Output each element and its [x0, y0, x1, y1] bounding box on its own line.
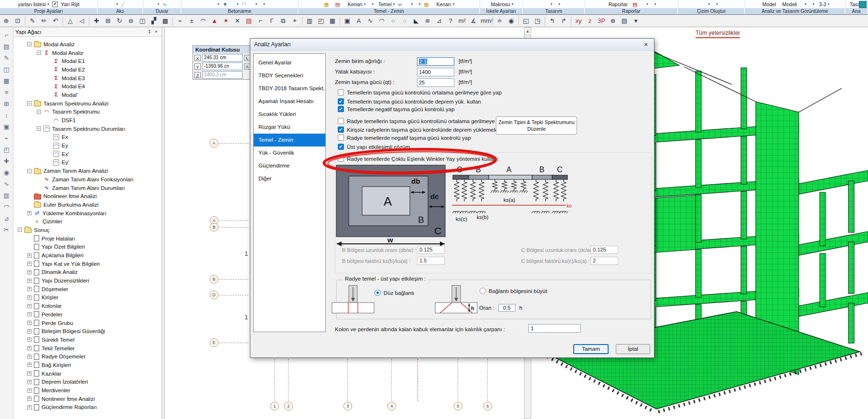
- toolbar-icon[interactable]: ◌: [400, 17, 409, 24]
- tree-expander-icon[interactable]: +: [27, 279, 32, 283]
- ribbon-item[interactable]: ▾: [643, 2, 648, 6]
- toolbar-icon[interactable]: ▞: [150, 17, 158, 24]
- ribbon-item[interactable]: ◠: [242, 1, 249, 7]
- toolbar-icon[interactable]: mm²: [481, 17, 489, 24]
- checkbox-row[interactable]: Radye temellerin taşıma gücü kontrolünü …: [338, 118, 519, 124]
- tree-item[interactable]: Zaman Tanım Alanı Durumları: [13, 184, 161, 192]
- ribbon-item[interactable]: 3-3 ▾: [817, 1, 829, 7]
- toolbar-icon[interactable]: ▾: [632, 17, 640, 24]
- tree-item[interactable]: + Dinamik Analiz: [13, 268, 161, 277]
- coordinate-box-title[interactable]: Koordinat Kutusu: [193, 46, 254, 53]
- field-input[interactable]: 25: [417, 78, 454, 87]
- tree-item[interactable]: Euler Burkulma Analizi: [13, 200, 161, 209]
- tree-expander-icon[interactable]: +: [27, 321, 32, 325]
- radio-icon[interactable]: [375, 290, 381, 296]
- toolbar-icon[interactable]: ↶: [51, 17, 60, 24]
- coordinate-value[interactable]: 245.31 cm: [202, 54, 243, 62]
- toolbar-icon[interactable]: ±: [187, 17, 196, 24]
- radio-flat-connection[interactable]: Düz bağlantı: [375, 290, 415, 296]
- tree-expander-icon[interactable]: +: [27, 405, 32, 409]
- axis-chip[interactable]: Z: [194, 72, 201, 78]
- toolbar-icon[interactable]: ≋: [423, 17, 432, 24]
- checkbox-row[interactable]: Temellerde negatif taşıma gücü kontrolü …: [338, 106, 456, 112]
- toolbar-icon[interactable]: [302, 17, 302, 25]
- toolbar-icon[interactable]: ⊿: [435, 17, 443, 24]
- tree-item[interactable]: Modal E4: [13, 82, 161, 91]
- toolbar-icon[interactable]: ⌐: [256, 17, 265, 24]
- toolbar-icon[interactable]: ▣: [343, 17, 352, 24]
- side-tool-icon[interactable]: ⌐: [2, 31, 11, 39]
- ribbon-item[interactable]: ▾: [234, 2, 239, 6]
- toolbar-icon[interactable]: [545, 17, 545, 25]
- thickness-input[interactable]: 1: [528, 324, 581, 333]
- side-tool-icon[interactable]: ◰: [2, 146, 11, 153]
- side-tool-icon[interactable]: ▤: [2, 43, 11, 50]
- toolbar-icon[interactable]: ▩: [161, 17, 170, 24]
- toolbar-icon[interactable]: ⌁: [176, 17, 184, 24]
- tree-expander-icon[interactable]: +: [27, 211, 32, 215]
- ribbon-item[interactable]: ▾: [652, 2, 656, 6]
- toolbar-icon[interactable]: Γ: [268, 17, 276, 24]
- toolbar-icon[interactable]: △: [66, 17, 75, 24]
- toolbar-icon[interactable]: xy: [574, 17, 583, 24]
- toolbar-icon[interactable]: ⊕: [609, 17, 617, 24]
- dialog-menu-item[interactable]: Yük - Güvenlik: [254, 147, 325, 159]
- side-tool-icon[interactable]: ◉: [2, 169, 11, 176]
- ribbon-item[interactable]: ▾: [408, 2, 413, 6]
- toolbar-icon[interactable]: ◫: [138, 17, 147, 24]
- side-tool-icon[interactable]: ✚: [2, 157, 11, 165]
- tree-expander-icon[interactable]: +: [27, 295, 32, 300]
- side-tool-icon[interactable]: ≡: [2, 89, 11, 96]
- toolbar-icon[interactable]: ?: [446, 17, 455, 24]
- tree-item[interactable]: + Perdeler: [13, 310, 161, 319]
- axis-number-bubble[interactable]: 3: [343, 402, 352, 410]
- toolbar-icon[interactable]: ≐: [495, 17, 504, 24]
- checkbox-icon[interactable]: [338, 135, 344, 141]
- cancel-button[interactable]: İptal: [616, 344, 650, 354]
- coordinate-value[interactable]: -1393.96 cn: [202, 63, 243, 70]
- axis-chip[interactable]: Y: [194, 63, 201, 70]
- panel-splitter[interactable]: [161, 27, 165, 419]
- side-tool-icon[interactable]: ▦: [2, 77, 11, 84]
- c-factor-input[interactable]: 2: [590, 257, 618, 265]
- axis-letter-bubble[interactable]: D: [210, 291, 218, 299]
- side-tool-icon[interactable]: ✂: [2, 226, 11, 233]
- toolbar-icon[interactable]: ○: [389, 17, 397, 24]
- checkbox-row[interactable]: Temellerin taşıma gücü kontrolünde depre…: [338, 98, 482, 105]
- axis-number-bubble[interactable]: 4: [387, 402, 396, 410]
- toolbar-icon[interactable]: ▲: [210, 17, 219, 24]
- tree-item[interactable]: Zaman Tanım Alanı Fonksiyonları: [13, 175, 161, 184]
- ribbon-item[interactable]: ▾: [155, 2, 160, 6]
- axis-number-bubble[interactable]: 6: [483, 402, 492, 410]
- ribbon-item[interactable]: ∿: [162, 1, 170, 7]
- checkbox-icon[interactable]: [338, 98, 344, 105]
- inadequacy-filter-label[interactable]: Tüm yetersizlikler: [696, 30, 740, 38]
- toolbar-icon[interactable]: ◰: [317, 17, 325, 24]
- side-tool-icon[interactable]: ∿: [2, 180, 11, 188]
- tree-item[interactable]: + Kazıklar: [13, 369, 161, 378]
- ribbon-item[interactable]: ▾: [705, 2, 710, 6]
- checkbox-icon[interactable]: [52, 1, 58, 7]
- tree-item[interactable]: Yapı Özet Bilgileri: [13, 243, 161, 251]
- ribbon-item[interactable]: ▾: [713, 2, 718, 6]
- tree-item[interactable]: Modal': [13, 91, 161, 99]
- tree-item[interactable]: Modal E3: [13, 74, 161, 83]
- toolbar-icon[interactable]: ⧉: [279, 17, 288, 25]
- tree-expander-icon[interactable]: −: [27, 169, 32, 173]
- tree-item[interactable]: + Perde Grubu: [13, 319, 161, 327]
- side-tool-icon[interactable]: ↕: [2, 112, 11, 119]
- axis-number-bubble[interactable]: 2: [284, 402, 293, 410]
- tree-item[interactable]: − Tasarım Spektrumu: [13, 108, 161, 116]
- ribbon-item[interactable]: ▾: [214, 2, 219, 6]
- ribbon-item[interactable]: ▾: [802, 2, 806, 6]
- tree-expander-icon[interactable]: +: [27, 304, 32, 308]
- ribbon-item[interactable]: yarları listesi ▾: [17, 1, 49, 7]
- dialog-menu-item[interactable]: Rüzgar Yükü: [254, 121, 325, 134]
- toolbar-icon[interactable]: [492, 17, 493, 25]
- toolbar-icon[interactable]: ▤: [245, 17, 253, 24]
- tree-expander-icon[interactable]: +: [27, 329, 32, 334]
- toolbar-icon[interactable]: ↰: [548, 17, 557, 24]
- dialog-title-bar[interactable]: Analiz Ayarları ×: [250, 39, 654, 51]
- tree-item[interactable]: + Sürekli Temel: [13, 335, 161, 344]
- tree-item[interactable]: Nonlineer İtme Analizi: [13, 192, 161, 200]
